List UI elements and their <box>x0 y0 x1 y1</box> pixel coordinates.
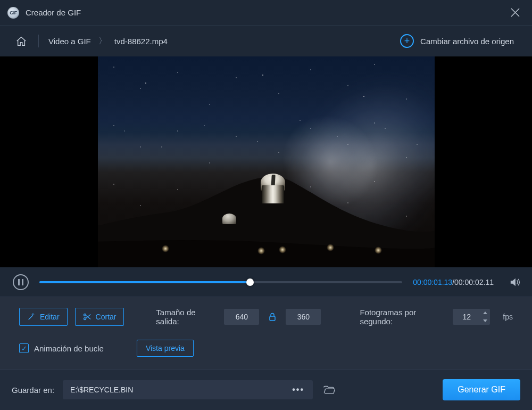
svg-point-3 <box>84 318 86 320</box>
app-logo-text: GIF <box>10 10 17 15</box>
video-preview-area <box>0 56 532 267</box>
volume-button[interactable] <box>509 276 521 289</box>
wand-icon <box>27 313 36 321</box>
loop-checkbox[interactable]: ✓ Animación de bucle <box>19 343 104 353</box>
app-logo-icon: GIF <box>7 7 19 19</box>
lock-aspect-button[interactable] <box>267 313 278 321</box>
chevron-right-icon: 〉 <box>98 36 107 47</box>
fps-input[interactable] <box>453 309 480 325</box>
browse-button[interactable]: ••• <box>289 385 307 395</box>
save-path-field[interactable]: E:\$RECYCLE.BIN ••• <box>63 380 313 399</box>
generate-button[interactable]: Generar GIF <box>443 379 520 400</box>
bottom-bar: Guardar en: E:\$RECYCLE.BIN ••• Generar … <box>0 369 532 410</box>
observatory-dome <box>259 170 287 203</box>
save-path-text: E:\$RECYCLE.BIN <box>70 386 289 394</box>
seek-fill <box>39 281 250 283</box>
fps-unit: fps <box>503 313 513 321</box>
app-title: Creador de GIF <box>26 8 81 17</box>
plus-circle-icon: + <box>400 34 414 48</box>
output-size-label: Tamaño de salida: <box>156 308 217 326</box>
chevron-up-icon <box>483 311 487 314</box>
seek-bar[interactable] <box>39 274 402 290</box>
fps-label: Fotogramas por segundo: <box>360 308 445 326</box>
close-icon <box>511 8 520 17</box>
home-icon <box>15 36 27 46</box>
fps-stepper[interactable] <box>453 309 490 325</box>
cut-label: Cortar <box>96 313 117 321</box>
edit-label: Editar <box>40 313 60 321</box>
svg-rect-4 <box>270 316 275 321</box>
edit-button[interactable]: Editar <box>19 308 68 326</box>
fps-down[interactable] <box>480 317 490 325</box>
change-source-button[interactable]: + Cambiar archivo de origen <box>400 34 514 48</box>
breadcrumb-link[interactable]: Video a GIF <box>48 37 91 46</box>
close-button[interactable] <box>508 5 522 20</box>
folder-open-icon <box>323 384 336 395</box>
current-time: 00:00:01.13 <box>413 278 452 286</box>
pause-icon <box>18 279 23 285</box>
settings-panel: Editar Cortar Tamaño de salida: Fotogram… <box>0 297 532 369</box>
preview-button[interactable]: Vista previa <box>137 340 194 357</box>
checkbox-icon: ✓ <box>19 343 29 353</box>
title-bar: GIF Creador de GIF <box>0 0 532 26</box>
home-button[interactable] <box>15 35 28 47</box>
loop-label: Animación de bucle <box>34 344 104 353</box>
total-time: 00:00:02.11 <box>454 278 494 286</box>
breadcrumb-current: tvd-88622.mp4 <box>114 37 168 46</box>
video-frame[interactable] <box>98 56 435 267</box>
change-source-label: Cambiar archivo de origen <box>420 37 514 46</box>
svg-point-2 <box>84 314 86 316</box>
save-label: Guardar en: <box>12 386 54 395</box>
separator <box>38 35 39 47</box>
width-input[interactable] <box>224 309 259 325</box>
scissors-icon <box>83 313 92 321</box>
pause-button[interactable] <box>13 274 29 290</box>
lock-icon <box>269 313 276 321</box>
fps-up[interactable] <box>480 309 490 317</box>
open-folder-button[interactable] <box>321 382 337 398</box>
volume-icon <box>509 277 521 288</box>
breadcrumb-bar: Video a GIF 〉 tvd-88622.mp4 + Cambiar ar… <box>0 26 532 56</box>
seek-thumb[interactable] <box>246 278 254 286</box>
playback-bar: 00:00:01.13/00:00:02.11 <box>0 267 532 297</box>
cut-button[interactable]: Cortar <box>75 308 124 326</box>
chevron-down-icon <box>483 319 487 322</box>
time-display: 00:00:01.13/00:00:02.11 <box>413 277 494 287</box>
height-input[interactable] <box>286 309 321 325</box>
